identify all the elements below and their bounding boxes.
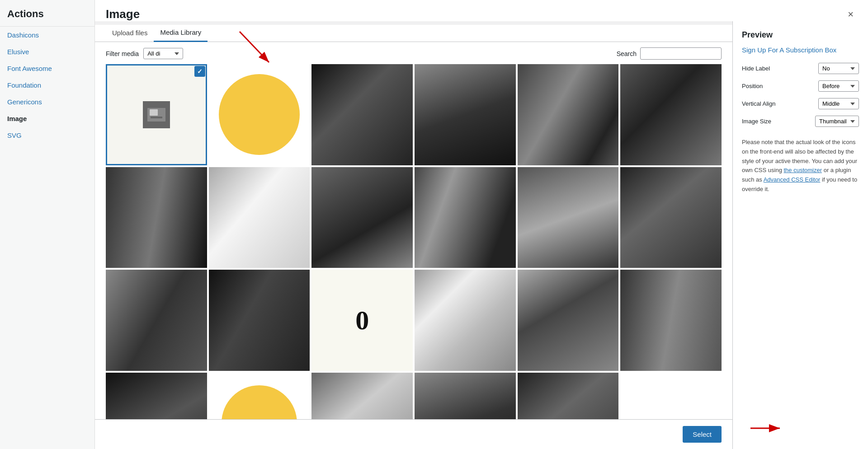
media-item-18[interactable] (620, 270, 722, 371)
modal-title: Image (106, 7, 140, 21)
tabs-row: Upload files Media Library (95, 25, 732, 42)
hide-label-select[interactable]: No Yes (818, 63, 859, 74)
modal-left: Upload files Media Library Filter media … (95, 21, 732, 449)
hide-label-row: Hide Label No Yes (742, 63, 859, 74)
position-select[interactable]: Before After (818, 80, 859, 92)
media-grid: ✓ (106, 64, 722, 419)
image-size-row: Image Size Thumbnail Medium Large Full S… (742, 116, 859, 127)
modal-header: Image × (95, 0, 868, 21)
filter-media-label: Filter media (106, 50, 139, 57)
hide-label-label: Hide Label (742, 65, 770, 72)
media-item-20[interactable] (209, 373, 310, 419)
tab-library[interactable]: Media Library (154, 25, 208, 42)
select-button[interactable]: Select (683, 426, 722, 443)
image-size-select[interactable]: Thumbnail Medium Large Full Size (815, 116, 859, 127)
svg-rect-4 (151, 117, 162, 118)
selected-checkmark: ✓ (194, 66, 205, 77)
vertical-align-row: Vertical Align Top Middle Bottom (742, 98, 859, 109)
position-label: Position (742, 83, 763, 89)
modal-footer: Select (95, 419, 732, 449)
filter-row: Filter media All di All dates Images Aud… (95, 42, 732, 64)
media-item-7[interactable] (106, 167, 207, 268)
preview-panel: Preview Sign Up For A Subscription Box H… (732, 21, 868, 449)
preview-title: Preview (742, 30, 859, 40)
media-item-6[interactable] (620, 64, 722, 165)
media-item-17[interactable] (518, 270, 619, 371)
media-grid-container[interactable]: ✓ (95, 64, 732, 419)
preview-link[interactable]: Sign Up For A Subscription Box (742, 46, 859, 54)
media-item-11[interactable] (518, 167, 619, 268)
sidebar-item-font-awesome[interactable]: Font Awesome (0, 60, 94, 77)
vertical-align-label: Vertical Align (742, 100, 775, 107)
search-input[interactable] (640, 47, 722, 60)
search-label: Search (617, 50, 637, 57)
first-item-image (143, 101, 170, 128)
customizer-link[interactable]: the customizer (784, 167, 822, 173)
sidebar-item-elusive[interactable]: Elusive (0, 43, 94, 60)
media-item-14[interactable] (209, 270, 310, 371)
media-item-22[interactable] (415, 373, 516, 419)
media-item-3[interactable] (311, 64, 413, 165)
media-item-21[interactable] (311, 373, 413, 419)
sidebar-item-genericons[interactable]: Genericons (0, 94, 94, 110)
image-size-label: Image Size (742, 118, 771, 125)
media-item-23[interactable] (518, 373, 619, 419)
media-item-13[interactable] (106, 270, 207, 371)
media-item-15[interactable]: 0 (311, 270, 413, 371)
modal-wrapper: Upload files Media Library Filter media … (95, 21, 868, 449)
yellow-circle-shape (219, 74, 300, 155)
vertical-align-select[interactable]: Top Middle Bottom (818, 98, 859, 109)
css-editor-link[interactable]: Advanced CSS Editor (764, 176, 821, 183)
close-button[interactable]: × (844, 8, 857, 21)
preview-note: Please note that the actual look of the … (742, 138, 859, 194)
tab-upload[interactable]: Upload files (106, 25, 154, 42)
media-item-5[interactable] (518, 64, 619, 165)
sidebar-item-dashicons[interactable]: Dashicons (0, 27, 94, 43)
filter-media-select[interactable]: All di All dates Images Audio Video (143, 48, 183, 59)
sidebar-item-svg[interactable]: SVG (0, 127, 94, 144)
media-item-2[interactable] (209, 64, 310, 165)
media-item-1[interactable]: ✓ (106, 64, 207, 165)
media-item-19[interactable] (106, 373, 207, 419)
modal-area: Image × Upload files Media Library Filte… (95, 0, 868, 449)
media-item-16[interactable] (415, 270, 516, 371)
position-row: Position Before After (742, 80, 859, 92)
sidebar-title: Actions (0, 0, 94, 27)
media-item-9[interactable] (311, 167, 413, 268)
media-item-12[interactable] (620, 167, 722, 268)
search-box: Search (617, 47, 722, 60)
svg-rect-3 (150, 109, 158, 116)
sidebar: Actions Dashicons Elusive Font Awesome F… (0, 0, 95, 449)
sidebar-item-foundation[interactable]: Foundation (0, 77, 94, 94)
sidebar-item-image[interactable]: Image (0, 110, 94, 127)
media-item-4[interactable] (415, 64, 516, 165)
media-item-10[interactable] (415, 167, 516, 268)
media-item-8[interactable] (209, 167, 310, 268)
filter-left: Filter media All di All dates Images Aud… (106, 48, 183, 59)
